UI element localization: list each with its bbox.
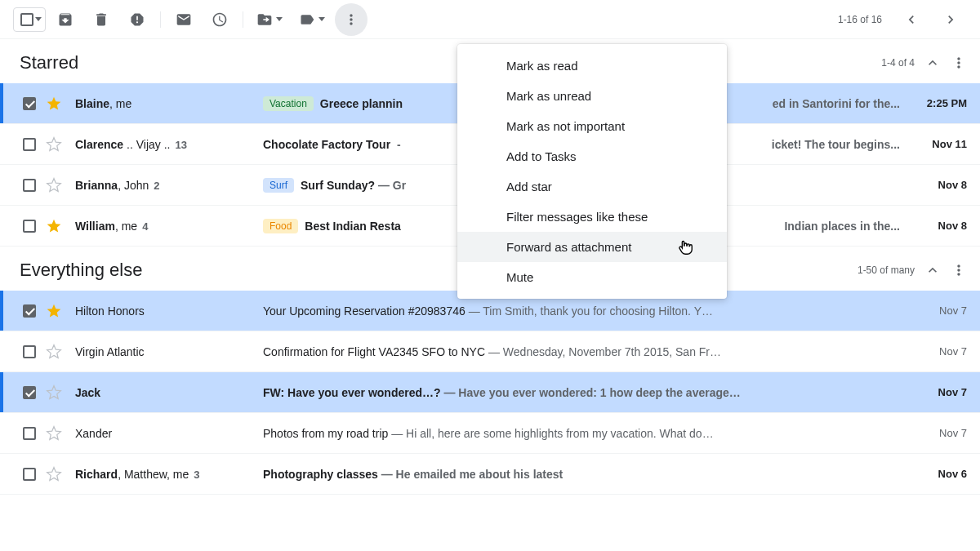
email-content: Your Upcoming Reservation #20983746 — Ti… [263, 304, 900, 318]
email-date: Nov 7 [910, 386, 967, 398]
email-date: Nov 8 [910, 220, 967, 232]
label-tag[interactable]: Surf [263, 178, 294, 193]
menu-item-mark-as-read[interactable]: Mark as read [457, 51, 727, 81]
menu-item-mark-as-unread[interactable]: Mark as unread [457, 81, 727, 111]
email-snippet: — He emailed me about his latest [378, 468, 563, 481]
labels-button[interactable] [292, 3, 332, 36]
menu-item-forward-as-attachment[interactable]: Forward as attachment [457, 232, 727, 262]
section-title: Everything else [20, 260, 142, 281]
star-button[interactable] [46, 384, 62, 401]
email-content: Photos from my road trip — Hi all, here … [263, 427, 900, 440]
row-checkbox[interactable] [21, 218, 38, 234]
section-controls: 1-4 of 4 [881, 55, 967, 71]
context-menu: Mark as readMark as unreadMark as not im… [457, 44, 727, 299]
email-content: Confirmation for Flight VA2345 SFO to NY… [263, 345, 900, 358]
menu-item-mute[interactable]: Mute [457, 262, 727, 292]
email-snippet: — Have you ever wondered: 1 how deep the… [441, 386, 741, 399]
thread-count: 3 [194, 469, 199, 481]
email-subject: Your Upcoming Reservation #20983746 [263, 304, 466, 318]
snooze-button[interactable] [203, 3, 236, 36]
email-content-text: Your Upcoming Reservation #20983746 — Ti… [263, 304, 900, 318]
row-checkbox[interactable] [21, 303, 38, 319]
email-content-text: Confirmation for Flight VA2345 SFO to NY… [263, 345, 900, 358]
email-content-text: Photography classes — He emailed me abou… [263, 468, 900, 481]
email-subject: Greece plannin [320, 97, 403, 110]
row-checkbox[interactable] [21, 344, 38, 360]
select-all-checkbox[interactable] [20, 13, 33, 26]
cursor-pointer-icon [676, 238, 694, 256]
email-row[interactable]: Xander Photos from my road trip — Hi all… [0, 413, 980, 454]
email-subject: Surf Sunday? [301, 179, 375, 192]
star-button[interactable] [46, 218, 62, 234]
move-to-button[interactable] [250, 3, 289, 36]
email-subject: FW: Have you ever wondered…? [263, 386, 441, 399]
row-checkbox[interactable] [21, 136, 38, 153]
next-page-button[interactable] [934, 3, 967, 36]
thread-count: 2 [154, 180, 159, 192]
star-button[interactable] [46, 466, 62, 482]
email-snippet: — Gr [375, 179, 406, 192]
report-spam-button[interactable] [121, 3, 154, 36]
email-content: FW: Have you ever wondered…? — Have you … [263, 386, 900, 399]
prev-page-button[interactable] [895, 3, 928, 36]
menu-item-filter-messages-like-these[interactable]: Filter messages like these [457, 202, 727, 232]
email-snippet: ed in Santorini for the... [773, 97, 900, 110]
toolbar-right: 1-16 of 16 [838, 3, 967, 36]
toolbar: 1-16 of 16 [0, 0, 980, 39]
thread-count: 13 [175, 139, 186, 151]
collapse-button[interactable] [924, 262, 941, 278]
row-checkbox[interactable] [21, 177, 38, 193]
more-button[interactable] [335, 3, 368, 36]
menu-item-mark-as-not-important[interactable]: Mark as not important [457, 111, 727, 141]
thread-count: 4 [142, 220, 148, 233]
section-more-button[interactable] [951, 262, 967, 278]
row-checkbox[interactable] [21, 466, 38, 482]
email-row[interactable]: Richard, Matthew, me 3 Photography class… [0, 454, 980, 495]
email-date: 2:25 PM [910, 97, 967, 109]
star-button[interactable] [46, 177, 62, 193]
star-button[interactable] [46, 344, 62, 360]
email-row[interactable]: Jack FW: Have you ever wondered…? — Have… [0, 372, 980, 413]
row-checkbox[interactable] [21, 384, 38, 401]
menu-item-add-star[interactable]: Add star [457, 171, 727, 202]
star-button[interactable] [46, 425, 62, 442]
email-sender: Virgin Atlantic [75, 345, 263, 358]
label-tag[interactable]: Vacation [263, 96, 314, 111]
chevron-down-icon [276, 17, 283, 21]
email-content-text: FW: Have you ever wondered…? — Have you … [263, 386, 900, 399]
archive-button[interactable] [49, 3, 82, 36]
email-date: Nov 11 [910, 138, 967, 150]
email-subject: Chocolate Factory Tour [263, 138, 390, 151]
email-subject: Confirmation for Flight VA2345 SFO to NY… [263, 345, 485, 358]
email-row[interactable]: Virgin Atlantic Confirmation for Flight … [0, 331, 980, 372]
section-controls: 1-50 of many [858, 262, 967, 278]
email-date: Nov 8 [910, 179, 967, 191]
email-snippet: Indian places in the... [784, 220, 900, 233]
section-count: 1-50 of many [858, 264, 915, 276]
email-date: Nov 7 [910, 345, 967, 358]
row-checkbox[interactable] [21, 96, 38, 112]
star-button[interactable] [46, 303, 62, 319]
pagination-text: 1-16 of 16 [838, 14, 882, 25]
email-content-text: Photos from my road trip — Hi all, here … [263, 427, 900, 440]
star-button[interactable] [46, 136, 62, 153]
section-more-button[interactable] [951, 55, 967, 71]
email-date: Nov 7 [910, 427, 967, 439]
star-button[interactable] [46, 96, 62, 112]
label-tag[interactable]: Food [263, 219, 298, 233]
email-sender: Xander [75, 427, 263, 440]
menu-item-add-to-tasks[interactable]: Add to Tasks [457, 141, 727, 171]
divider [160, 11, 161, 28]
email-sender: Richard, Matthew, me 3 [75, 468, 263, 481]
chevron-down-icon [318, 17, 325, 21]
email-snippet: icket! The tour begins... [772, 138, 900, 151]
select-all-dropdown[interactable] [13, 7, 46, 32]
email-subject: Photos from my road trip [263, 427, 388, 440]
delete-button[interactable] [85, 3, 118, 36]
mark-unread-button[interactable] [167, 3, 200, 36]
email-content: Photography classes — He emailed me abou… [263, 468, 900, 481]
row-checkbox[interactable] [21, 425, 38, 442]
collapse-button[interactable] [924, 55, 941, 71]
email-sender: Brianna, John 2 [75, 179, 263, 192]
email-sender: Hilton Honors [75, 304, 263, 318]
